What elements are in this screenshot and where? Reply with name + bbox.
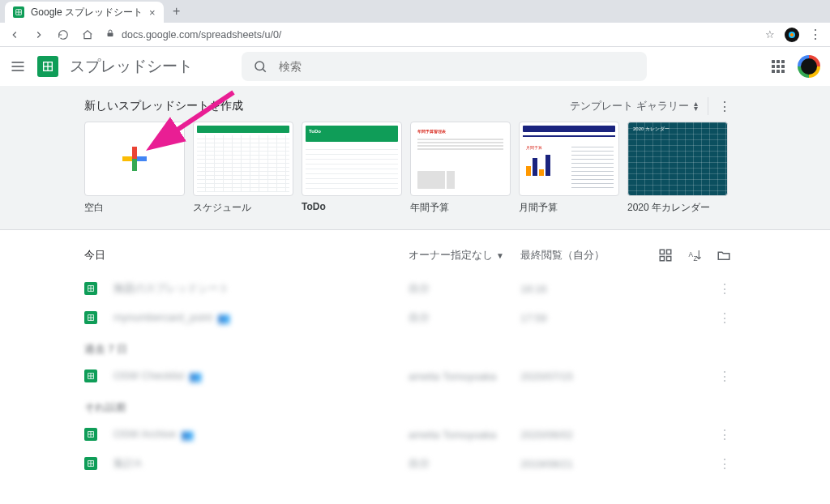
document-list: 今日 オーナー指定なし ▼ 最終閲覧（自分） AZ 無題のスプレッドシート 自分… <box>84 245 731 478</box>
sort-az-icon[interactable]: AZ <box>687 248 702 263</box>
file-owner: amelia Tomoyoaka <box>409 429 520 441</box>
app-header: スプレッドシート <box>0 47 830 86</box>
file-date: 2020/06/02 <box>520 429 658 441</box>
home-icon[interactable] <box>81 28 94 41</box>
address-bar: docs.google.com/spreadsheets/u/0/ ☆ ⋮ <box>0 23 830 47</box>
template-card-annual-budget[interactable]: 年間予算管理表 年間予算 <box>410 122 511 215</box>
app-title: スプレッドシート <box>70 56 193 77</box>
template-caption: 年間予算 <box>410 201 511 215</box>
owner-filter[interactable]: オーナー指定なし ▼ <box>409 248 520 263</box>
file-owner: 自分 <box>409 456 520 471</box>
search-box[interactable] <box>242 52 647 81</box>
file-row[interactable]: OSW Checklist👥 amelia Tomoyoaka 2020/07/… <box>84 361 731 391</box>
row-more-icon[interactable]: ⋮ <box>718 281 731 297</box>
file-row[interactable]: 無題のスプレッドシート 自分 18:16 ⋮ <box>84 274 731 303</box>
back-icon[interactable] <box>8 28 21 41</box>
sheets-file-icon <box>84 428 97 441</box>
url-text: docs.google.com/spreadsheets/u/0/ <box>122 29 281 41</box>
file-name: OSW Archive👥 <box>113 428 409 441</box>
row-more-icon[interactable]: ⋮ <box>718 310 731 326</box>
search-icon <box>253 59 267 74</box>
template-thumb[interactable]: 月間予算 <box>519 122 619 196</box>
search-input[interactable] <box>279 60 635 73</box>
template-thumb[interactable] <box>84 122 185 196</box>
section-earlier: それ以前 <box>84 400 731 415</box>
forward-icon[interactable] <box>32 28 45 41</box>
file-date: 17:59 <box>520 312 658 324</box>
folder-icon[interactable] <box>717 248 731 263</box>
template-thumb[interactable]: 2020 カレンダー <box>627 122 728 196</box>
list-section-today: 今日 <box>84 248 409 263</box>
sheets-file-icon <box>84 311 97 324</box>
svg-rect-16 <box>667 257 671 261</box>
file-date: 18:16 <box>520 283 658 295</box>
tab-title: Google スプレッドシート <box>31 6 143 19</box>
template-caption: スケジュール <box>193 201 293 215</box>
sheets-file-icon <box>84 457 97 470</box>
close-tab-icon[interactable]: × <box>149 7 156 18</box>
sheets-file-icon <box>84 282 97 295</box>
svg-point-10 <box>255 62 264 70</box>
template-section-title: 新しいスプレッドシートを作成 <box>84 99 243 113</box>
template-card-schedule[interactable]: スケジュール <box>193 122 293 215</box>
svg-rect-3 <box>108 33 113 37</box>
file-name: mynumbercard_point👥 <box>113 311 409 324</box>
browser-tab[interactable]: Google スプレッドシート × <box>5 2 164 23</box>
svg-line-11 <box>263 69 265 71</box>
tab-bar: Google スプレッドシート × + <box>0 0 830 23</box>
list-header: 今日 オーナー指定なし ▼ 最終閲覧（自分） AZ <box>84 245 731 274</box>
svg-text:A: A <box>689 251 694 258</box>
row-more-icon[interactable]: ⋮ <box>718 456 731 472</box>
unfold-icon: ▴▾ <box>694 101 698 111</box>
file-row[interactable]: OSW Archive👥 amelia Tomoyoaka 2020/06/02… <box>84 420 731 449</box>
file-name: 集計A <box>113 456 409 471</box>
template-caption: ToDo <box>302 201 402 212</box>
svg-text:Z: Z <box>694 255 698 263</box>
shared-icon: 👥 <box>217 312 230 324</box>
file-name: OSW Checklist👥 <box>113 369 409 382</box>
plus-multicolor-icon <box>122 147 147 171</box>
bookmark-star-icon[interactable]: ☆ <box>765 28 775 41</box>
template-gallery-button[interactable]: テンプレート ギャラリー ▴▾ <box>570 99 698 113</box>
section-past-days: 過去 7 日 <box>84 342 731 357</box>
svg-rect-14 <box>667 250 671 254</box>
divider <box>708 97 708 115</box>
template-thumb[interactable]: ToDo <box>302 122 402 196</box>
template-card-todo[interactable]: ToDo ToDo <box>302 122 402 215</box>
file-owner: 自分 <box>409 310 520 325</box>
shared-icon: 👥 <box>181 429 194 441</box>
reload-icon[interactable] <box>57 28 70 41</box>
file-owner: amelia Tomoyoaka <box>409 370 520 382</box>
file-row[interactable]: 集計A 自分 2019/08/21 ⋮ <box>84 449 731 478</box>
template-thumb[interactable] <box>193 122 293 196</box>
browser-menu-icon[interactable]: ⋮ <box>809 27 822 42</box>
template-caption: 空白 <box>84 201 185 215</box>
extension-avatar-icon[interactable] <box>785 28 799 42</box>
row-more-icon[interactable]: ⋮ <box>718 369 731 384</box>
row-more-icon[interactable]: ⋮ <box>718 427 731 442</box>
template-caption: 2020 年カレンダー <box>627 201 728 215</box>
template-more-icon[interactable]: ⋮ <box>718 99 731 114</box>
browser-chrome: Google スプレッドシート × + docs.google.com/spre… <box>0 0 830 47</box>
template-strip: 新しいスプレッドシートを作成 テンプレート ギャラリー ▴▾ ⋮ 空白 <box>0 86 830 230</box>
hamburger-menu-icon[interactable] <box>10 58 26 75</box>
grid-view-icon[interactable] <box>658 248 673 263</box>
template-card-blank[interactable]: 空白 <box>84 122 185 215</box>
template-card-calendar[interactable]: 2020 カレンダー 2020 年カレンダー <box>627 122 728 215</box>
svg-rect-15 <box>660 257 664 261</box>
sheets-favicon-icon <box>13 6 24 18</box>
account-avatar[interactable] <box>798 55 820 78</box>
file-date: 2020/07/15 <box>520 370 658 382</box>
dropdown-caret-icon: ▼ <box>496 251 504 260</box>
new-tab-button[interactable]: + <box>167 2 186 21</box>
google-apps-icon[interactable] <box>772 60 785 73</box>
file-owner: 自分 <box>409 281 520 296</box>
template-gallery-label: テンプレート ギャラリー <box>570 99 689 113</box>
sheets-logo-icon[interactable] <box>37 56 58 77</box>
template-thumb[interactable]: 年間予算管理表 <box>410 122 511 196</box>
file-row[interactable]: mynumbercard_point👥 自分 17:59 ⋮ <box>84 303 731 332</box>
template-card-monthly-budget[interactable]: 月間予算 月間予算 <box>519 122 619 215</box>
lock-icon <box>105 28 115 41</box>
url-field[interactable]: docs.google.com/spreadsheets/u/0/ <box>105 28 754 41</box>
opened-column-header: 最終閲覧（自分） <box>520 248 658 263</box>
